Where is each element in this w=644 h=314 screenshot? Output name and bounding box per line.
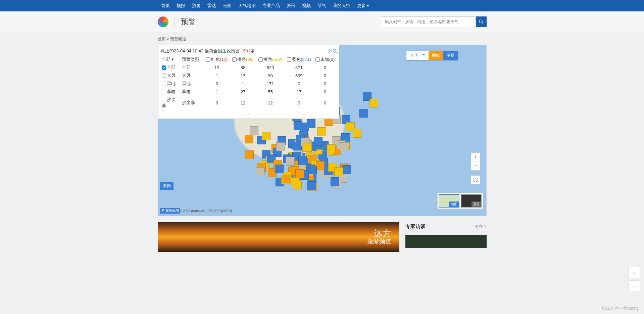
warning-table: 全部 ▾ 预警类型 红色(13) 橙色(88) 黄色(529) 蓝色(871) …	[160, 55, 337, 110]
filter-orange[interactable]	[232, 57, 237, 62]
warning-marker[interactable]	[340, 142, 348, 151]
travel-banner[interactable]: 远方 旅游频道	[158, 222, 399, 252]
table-row: 沙尘暴沙尘暴0121200	[160, 96, 337, 110]
basemap-satellite[interactable]: 卫星	[461, 194, 482, 208]
nav-4[interactable]: 云图	[219, 0, 235, 11]
warning-marker[interactable]	[308, 166, 317, 174]
amap-copyright: © 2023 AutoNavi - GS(2021)6375号	[160, 209, 233, 214]
warning-marker[interactable]	[342, 165, 351, 174]
sidebar-title: 专家访谈	[405, 223, 426, 230]
warning-marker[interactable]	[262, 132, 270, 140]
table-row: 全部全部13885298710	[160, 63, 337, 72]
list-link[interactable]: 列表	[328, 48, 337, 54]
warning-marker[interactable]	[293, 142, 302, 150]
warning-marker[interactable]	[295, 169, 304, 178]
panel-summary: 截止2023-04-04 10:43 当前全国生效预警 1501条	[160, 48, 255, 54]
warning-marker[interactable]	[298, 156, 307, 165]
warning-marker[interactable]	[294, 121, 302, 130]
basemap-switch: 地图 卫星	[437, 193, 483, 209]
row-check-2[interactable]	[162, 82, 166, 86]
row-check-4[interactable]	[162, 98, 166, 102]
tab-layer[interactable]: 图层	[443, 51, 458, 60]
banner-title: 远方 旅游频道	[367, 229, 391, 245]
warning-marker[interactable]	[331, 177, 339, 186]
nav-7[interactable]: 资讯	[283, 0, 299, 11]
warning-marker[interactable]	[256, 167, 264, 176]
header: 预警	[0, 11, 644, 32]
breadcrumb: 首页 > 预警频道	[158, 36, 487, 42]
sidebar-thumbnail[interactable]	[405, 235, 487, 248]
fullscreen-button[interactable]	[471, 175, 480, 184]
search-input[interactable]	[382, 16, 476, 27]
filter-yellow[interactable]	[258, 57, 263, 62]
search-button[interactable]	[476, 16, 487, 27]
sidebar: 专家访谈 更多 >	[405, 222, 487, 252]
nav-9[interactable]: 节气	[314, 0, 330, 11]
row-check-0[interactable]	[162, 65, 166, 70]
fullscreen-icon	[473, 177, 478, 182]
warning-marker[interactable]	[334, 167, 343, 176]
nav-1[interactable]: 预报	[173, 0, 189, 11]
crumb-home[interactable]: 首页	[158, 37, 166, 41]
warning-marker[interactable]	[303, 143, 312, 152]
warning-marker[interactable]	[317, 127, 326, 136]
warning-marker[interactable]	[276, 142, 285, 151]
nav-10[interactable]: 我的天空	[330, 0, 354, 11]
warning-marker[interactable]	[307, 181, 316, 190]
tab-icon[interactable]: 图标	[429, 51, 443, 60]
warning-marker[interactable]	[283, 175, 291, 183]
warning-panel: 截止2023-04-04 10:43 当前全国生效预警 1501条 列表 全部 …	[158, 45, 339, 119]
site-logo[interactable]	[158, 16, 168, 27]
basemap-map[interactable]: 地图	[439, 194, 459, 208]
panel-collapse[interactable]: ︿	[160, 110, 337, 117]
row-check-3[interactable]	[162, 90, 166, 94]
nav-5[interactable]: 天气地图	[235, 0, 259, 11]
warning-marker[interactable]	[353, 129, 361, 138]
table-row: 大风大风117906990	[160, 72, 337, 80]
region-toolbar: 全国 图标 图层	[406, 51, 458, 60]
map-container[interactable]: 截止2023-04-04 10:43 当前全国生效预警 1501条 列表 全部 …	[158, 45, 487, 216]
warning-marker[interactable]	[245, 150, 254, 159]
zoom-in[interactable]: ＋	[471, 153, 480, 162]
nav-2[interactable]: 预警	[189, 0, 204, 11]
warning-marker[interactable]	[369, 99, 378, 107]
warning-marker[interactable]	[359, 109, 368, 118]
region-select[interactable]: 全国	[406, 51, 429, 60]
warning-marker[interactable]	[245, 135, 253, 143]
nav-11[interactable]: 更多 ▾	[354, 0, 373, 11]
warning-marker[interactable]	[293, 181, 302, 189]
filter-red[interactable]	[206, 57, 210, 62]
svg-point-0	[479, 20, 482, 23]
page-title: 预警	[175, 17, 196, 27]
search-icon	[479, 19, 484, 25]
warning-marker[interactable]	[286, 157, 295, 166]
legend-button[interactable]: 图例	[160, 182, 174, 190]
table-row: 雷电雷电0117100	[160, 80, 337, 88]
nav-8[interactable]: 视频	[299, 0, 314, 11]
nav-3[interactable]: 雷达	[204, 0, 219, 11]
crumb-current: 预警频道	[170, 37, 186, 41]
warning-marker[interactable]	[314, 137, 323, 146]
nav-6[interactable]: 专业产品	[259, 0, 283, 11]
row-check-1[interactable]	[162, 74, 166, 78]
warning-marker[interactable]	[275, 165, 284, 173]
filter-unknown[interactable]	[315, 57, 320, 62]
table-row: 暴雨暴雨12755170	[160, 88, 337, 96]
nav-0[interactable]: 首页	[158, 0, 173, 11]
zoom-control: ＋ －	[471, 152, 480, 171]
sidebar-more[interactable]: 更多 >	[475, 224, 486, 229]
zoom-out[interactable]: －	[471, 162, 480, 170]
top-nav: 首页预报预警雷达云图天气地图专业产品资讯视频节气我的天空更多 ▾	[0, 0, 644, 11]
svg-line-1	[482, 23, 483, 24]
warning-marker[interactable]	[327, 144, 336, 153]
filter-blue[interactable]	[287, 57, 291, 62]
warning-marker[interactable]	[250, 126, 258, 135]
warning-marker[interactable]	[316, 161, 325, 170]
